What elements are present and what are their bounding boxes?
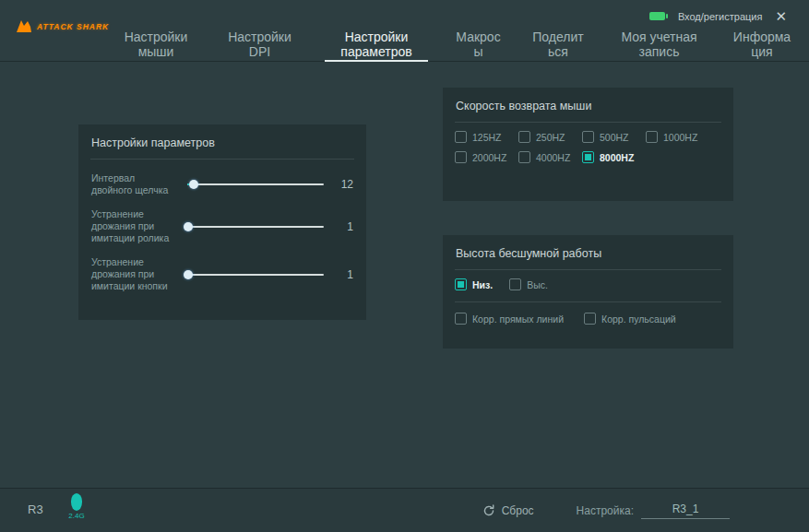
polling-option-8000hz[interactable]: 8000HZ — [582, 151, 646, 163]
tab-macros[interactable]: Макросы — [456, 0, 502, 61]
checkbox-icon — [455, 131, 467, 143]
checkbox-icon — [582, 131, 594, 143]
header-actions: Вход/регистрация ✕ — [649, 9, 787, 23]
footer-bar: R3 2.4G Сброс Настройка: R3_1 — [0, 488, 809, 532]
login-link[interactable]: Вход/регистрация — [678, 11, 763, 22]
reset-button[interactable]: Сброс — [482, 504, 534, 517]
slider-row-button-jitter: Устранение дрожания при имитации кнопки … — [91, 256, 353, 292]
brand-logo: ATTACK SHARK — [15, 18, 109, 35]
reset-label: Сброс — [502, 504, 534, 517]
checkbox-icon — [646, 131, 658, 143]
refresh-icon — [482, 504, 495, 517]
slider-list: Интервал двойного щелчка 12 Устранение д… — [78, 160, 366, 292]
tab-parameter-settings[interactable]: Настройки параметров — [326, 0, 427, 61]
polling-option-2000hz[interactable]: 2000HZ — [455, 151, 518, 163]
height-row: Низ. Выс. — [455, 278, 721, 290]
slider-thumb[interactable] — [184, 270, 193, 279]
slider-value: 1 — [335, 268, 353, 281]
tab-dpi-settings[interactable]: Настройки DPI — [222, 0, 298, 61]
button-jitter-slider[interactable] — [187, 268, 324, 281]
slider-track[interactable] — [187, 183, 324, 185]
battery-icon — [649, 12, 665, 20]
slider-thumb[interactable] — [184, 222, 193, 231]
liftoff-height-panel: Высота бесшумной работы Низ. Выс. Корр. … — [443, 235, 733, 349]
footer-actions: Сброс Настройка: R3_1 — [482, 489, 730, 532]
connection-status: 2.4G — [63, 493, 90, 520]
connection-label: 2.4G — [63, 512, 90, 520]
slider-thumb[interactable] — [189, 180, 198, 189]
straight-line-correction-option[interactable]: Корр. прямых линий — [455, 313, 564, 325]
checkbox-icon — [455, 151, 467, 163]
double-click-interval-slider[interactable] — [187, 178, 324, 191]
mouse-icon — [71, 493, 82, 511]
slider-label: Устранение дрожания при имитации ролика — [91, 208, 176, 244]
slider-row-double-click: Интервал двойного щелчка 12 — [91, 172, 353, 196]
brand-name: ATTACK SHARK — [37, 22, 109, 31]
polling-options: 125HZ 250HZ 500HZ 1000HZ 2000HZ 4000HZ 8… — [443, 123, 733, 163]
height-option-high[interactable]: Выс. — [509, 278, 548, 290]
panel-title: Высота бесшумной работы — [455, 235, 721, 270]
shark-icon — [15, 18, 33, 35]
slider-value: 1 — [335, 220, 353, 233]
polling-row-2: 2000HZ 4000HZ 8000HZ — [455, 151, 721, 163]
tab-share[interactable]: Поделиться — [529, 0, 587, 61]
scroll-jitter-slider[interactable] — [187, 220, 324, 233]
slider-value: 12 — [335, 178, 353, 191]
polling-option-1000hz[interactable]: 1000HZ — [646, 131, 709, 143]
slider-track[interactable] — [187, 226, 324, 228]
checkbox-icon — [518, 131, 530, 143]
checkbox-icon — [455, 278, 467, 290]
tab-mouse-settings[interactable]: Настройки мыши — [118, 0, 194, 61]
ripple-correction-option[interactable]: Корр. пульсаций — [584, 313, 676, 325]
height-options: Низ. Выс. — [443, 270, 733, 290]
polling-rate-panel: Скорость возврата мыши 125HZ 250HZ 500HZ… — [443, 88, 733, 201]
config-label: Настройка: — [577, 504, 634, 517]
divider — [455, 301, 721, 302]
header-bar: ATTACK SHARK Настройки мыши Настройки DP… — [0, 0, 809, 62]
parameter-settings-panel: Настройки параметров Интервал двойного щ… — [78, 124, 366, 320]
checkbox-icon — [509, 278, 521, 290]
close-icon[interactable]: ✕ — [775, 9, 787, 23]
panel-title: Настройки параметров — [90, 124, 354, 160]
polling-option-4000hz[interactable]: 4000HZ — [518, 151, 582, 163]
slider-row-scroll-jitter: Устранение дрожания при имитации ролика … — [91, 208, 353, 244]
checkbox-icon — [582, 151, 594, 163]
height-option-low[interactable]: Низ. — [455, 278, 493, 290]
slider-label: Интервал двойного щелчка — [91, 172, 176, 196]
app-window: ATTACK SHARK Настройки мыши Настройки DP… — [0, 0, 809, 532]
config-name-input[interactable]: R3_1 — [641, 502, 730, 519]
config-group: Настройка: R3_1 — [577, 502, 730, 519]
polling-option-250hz[interactable]: 250HZ — [518, 131, 582, 143]
checkbox-icon — [455, 313, 467, 325]
polling-row-1: 125HZ 250HZ 500HZ 1000HZ — [455, 131, 721, 143]
device-name: R3 — [28, 502, 43, 516]
checkbox-icon — [518, 151, 530, 163]
slider-track[interactable] — [187, 274, 324, 276]
slider-label: Устранение дрожания при имитации кнопки — [91, 256, 176, 292]
polling-option-500hz[interactable]: 500HZ — [582, 131, 646, 143]
correction-options: Корр. прямых линий Корр. пульсаций — [443, 313, 733, 325]
checkbox-icon — [584, 313, 596, 325]
panel-title: Скорость возврата мыши — [455, 88, 721, 123]
correction-row: Корр. прямых линий Корр. пульсаций — [455, 313, 721, 325]
polling-option-125hz[interactable]: 125HZ — [455, 131, 518, 143]
